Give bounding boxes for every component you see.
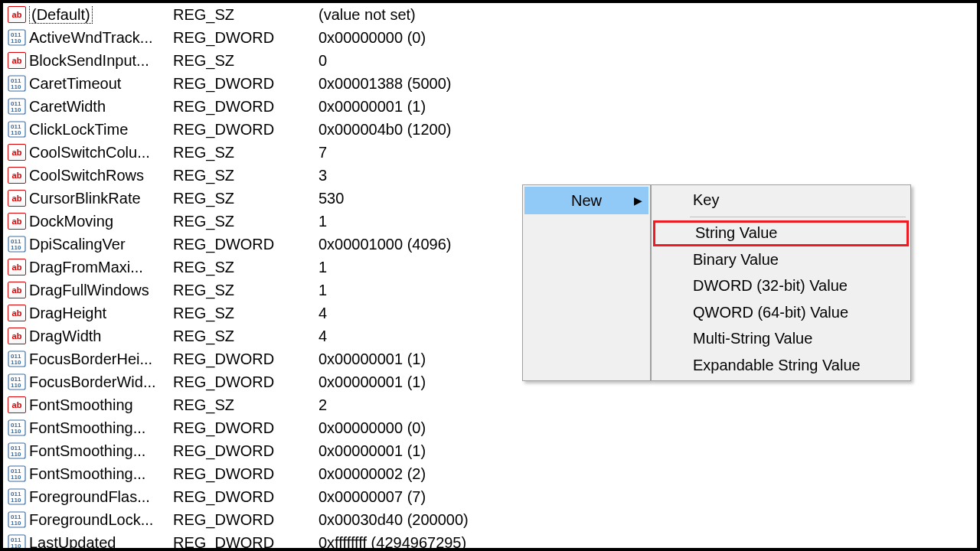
registry-value-row[interactable]: FontSmoothing...REG_DWORD0x00000000 (0) [3, 416, 977, 439]
value-type: REG_DWORD [173, 442, 318, 460]
registry-value-row[interactable]: FontSmoothing...REG_DWORD0x00000002 (2) [3, 462, 977, 485]
registry-value-row[interactable]: BlockSendInput...REG_SZ0 [3, 49, 977, 72]
registry-value-row[interactable]: CaretTimeoutREG_DWORD0x00001388 (5000) [3, 72, 977, 95]
value-data: 0x00001388 (5000) [318, 75, 977, 93]
value-type: REG_SZ [173, 190, 318, 207]
context-menu-parent: New ▶ [522, 184, 651, 381]
submenu-arrow-icon: ▶ [634, 194, 642, 207]
menu-item-label: New [571, 192, 602, 210]
string-value-icon [8, 52, 26, 69]
value-name: DragFromMaxi... [29, 259, 173, 276]
value-name: DragFullWindows [29, 282, 173, 299]
value-data: 0x00000000 (0) [318, 419, 977, 437]
value-name: ForegroundFlas... [29, 488, 173, 506]
value-name: CoolSwitchColu... [29, 144, 173, 161]
menu-item-label: Multi-String Value [693, 330, 812, 347]
value-name: ForegroundLock... [29, 511, 173, 529]
value-data: 0x00000002 (2) [318, 465, 977, 483]
menu-item-label: Key [693, 191, 719, 209]
value-data: 0 [318, 52, 977, 70]
value-data: 3 [318, 167, 977, 184]
value-name: FocusBorderHei... [29, 350, 173, 368]
registry-value-row[interactable]: FontSmoothingREG_SZ2 [3, 393, 977, 416]
value-type: REG_DWORD [173, 419, 318, 437]
dword-value-icon [8, 236, 26, 253]
registry-value-row[interactable]: FontSmoothing...REG_DWORD0x00000001 (1) [3, 439, 977, 462]
value-name: FontSmoothing... [29, 465, 173, 483]
string-value-icon [8, 167, 26, 184]
registry-value-row[interactable]: ForegroundFlas...REG_DWORD0x00000007 (7) [3, 485, 977, 508]
value-type: REG_DWORD [173, 465, 318, 483]
menu-item-key[interactable]: Key [653, 187, 909, 214]
value-data: 0x00000001 (1) [318, 442, 977, 460]
value-name: LastUpdated [29, 534, 173, 552]
string-value-icon [8, 259, 26, 276]
dword-value-icon [8, 419, 26, 436]
value-type: REG_DWORD [173, 488, 318, 506]
value-type: REG_DWORD [173, 29, 318, 47]
value-name: CursorBlinkRate [29, 190, 173, 207]
dword-value-icon [8, 511, 26, 528]
value-data: 2 [318, 396, 977, 414]
value-type: REG_DWORD [173, 350, 318, 368]
value-type: REG_SZ [173, 167, 318, 184]
dword-value-icon [8, 98, 26, 115]
value-name: FontSmoothing [29, 396, 173, 414]
value-type: REG_DWORD [173, 373, 318, 391]
value-name: FontSmoothing... [29, 419, 173, 437]
value-name: CaretTimeout [29, 75, 173, 93]
menu-item-qword-64-bit-value[interactable]: QWORD (64-bit) Value [653, 299, 909, 326]
value-data: 0x00000007 (7) [318, 488, 977, 506]
string-value-icon [8, 328, 26, 344]
menu-item-label: String Value [695, 224, 777, 242]
value-type: REG_SZ [173, 144, 318, 161]
value-name: DockMoving [29, 213, 173, 230]
value-type: REG_SZ [173, 213, 318, 230]
value-data: (value not set) [318, 6, 977, 24]
menu-item-multi-string-value[interactable]: Multi-String Value [653, 326, 909, 353]
value-name: CoolSwitchRows [29, 167, 173, 184]
value-data: 0x000004b0 (1200) [318, 121, 977, 139]
menu-item-label: Binary Value [693, 251, 779, 269]
value-type: REG_SZ [173, 328, 318, 345]
value-type: REG_SZ [173, 259, 318, 276]
value-data: 7 [318, 144, 977, 161]
value-name: ClickLockTime [29, 121, 173, 139]
value-name: ActiveWndTrack... [29, 29, 173, 47]
string-value-icon [8, 144, 26, 161]
registry-value-row[interactable]: CaretWidthREG_DWORD0x00000001 (1) [3, 95, 977, 118]
menu-item-label: Expandable String Value [693, 357, 861, 374]
value-type: REG_DWORD [173, 511, 318, 529]
value-data: 0x00030d40 (200000) [318, 511, 977, 529]
menu-item-binary-value[interactable]: Binary Value [653, 246, 909, 273]
string-value-icon [8, 396, 26, 413]
registry-value-row[interactable]: (Default)REG_SZ(value not set) [3, 3, 977, 26]
value-type: REG_SZ [173, 305, 318, 322]
dword-value-icon [8, 534, 26, 551]
registry-value-row[interactable]: LastUpdatedREG_DWORD0xffffffff (42949672… [3, 531, 977, 551]
menu-separator [653, 214, 909, 220]
value-name: BlockSendInput... [29, 52, 173, 70]
value-type: REG_SZ [173, 6, 318, 24]
dword-value-icon [8, 121, 26, 138]
dword-value-icon [8, 75, 26, 92]
registry-value-row[interactable]: CoolSwitchColu...REG_SZ7 [3, 141, 977, 164]
registry-value-row[interactable]: ForegroundLock...REG_DWORD0x00030d40 (20… [3, 508, 977, 531]
menu-item-new[interactable]: New ▶ [524, 187, 648, 214]
registry-value-row[interactable]: ActiveWndTrack...REG_DWORD0x00000000 (0) [3, 26, 977, 49]
string-value-icon [8, 190, 26, 207]
value-data: 0x00000000 (0) [318, 29, 977, 47]
menu-item-string-value[interactable]: String Value [653, 220, 909, 247]
menu-item-expandable-string-value[interactable]: Expandable String Value [653, 352, 909, 379]
dword-value-icon [8, 488, 26, 505]
registry-value-row[interactable]: CoolSwitchRowsREG_SZ3 [3, 164, 977, 187]
context-menu: New ▶ KeyString ValueBinary ValueDWORD (… [522, 184, 911, 381]
menu-item-dword-32-bit-value[interactable]: DWORD (32-bit) Value [653, 273, 909, 300]
string-value-icon [8, 6, 26, 23]
value-name: FocusBorderWid... [29, 373, 173, 391]
registry-value-row[interactable]: ClickLockTimeREG_DWORD0x000004b0 (1200) [3, 118, 977, 141]
value-name: (Default) [29, 6, 173, 24]
value-data: 0x00000001 (1) [318, 98, 977, 116]
menu-item-label: QWORD (64-bit) Value [693, 304, 848, 321]
string-value-icon [8, 282, 26, 298]
